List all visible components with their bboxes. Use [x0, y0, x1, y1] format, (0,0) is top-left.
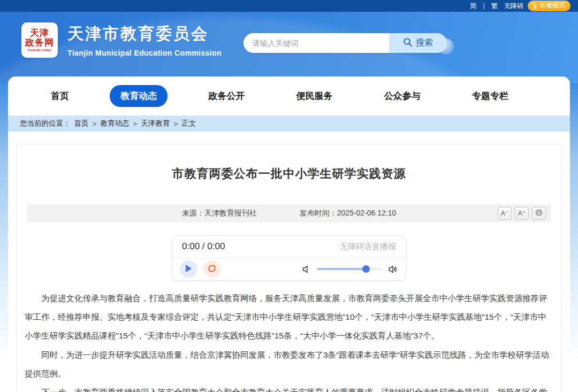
lang-traditional-link[interactable]: 繁 [491, 2, 498, 11]
breadcrumb: 您当前的位置： 首页 > 教育动态 > 天津教育 > 正文 [8, 116, 570, 132]
site-header: 天津 政务网 TIANJIN·CHINA 天津市教育委员会 Tianjin Mu… [0, 12, 578, 83]
nav-item-public-participation[interactable]: 公众参与 [374, 85, 431, 107]
search-bar: 搜索 [244, 33, 447, 53]
logo-caption: TIANJIN·CHINA [28, 49, 52, 52]
font-decrease-button[interactable]: A⁻ [498, 207, 512, 220]
article-paragraph: 同时，为进一步提升研学实践活动质量，结合京津冀协同发展，市教委发布了3条“跟着课… [25, 346, 553, 383]
breadcrumb-separator: > [133, 120, 137, 128]
nav-item-gov-disclosure[interactable]: 政务公开 [197, 85, 255, 107]
volume-down-icon[interactable] [302, 265, 310, 273]
breadcrumb-home[interactable]: 首页 [74, 119, 89, 128]
site-title-en: Tianjin Municipal Education Commission [67, 49, 222, 57]
breadcrumb-separator: > [93, 120, 97, 128]
nav-item-education-news[interactable]: 教育动态 [110, 85, 168, 107]
article-meta-bar: 来源：天津教育报刊社 发布时间：2025-02-06 12:10 A⁻ A⁺ [27, 204, 551, 222]
breadcrumb-tianjin-education[interactable]: 天津教育 [141, 119, 170, 128]
nav-item-public-services[interactable]: 便民服务 [286, 85, 344, 107]
search-input[interactable] [244, 33, 389, 53]
player-time: 0:00 / 0:00 [182, 241, 225, 252]
elder-mode-label: 长者模式 [539, 1, 565, 10]
article-tools: A⁻ A⁺ [498, 207, 546, 220]
print-button[interactable] [532, 207, 546, 220]
breadcrumb-separator: > [173, 120, 178, 128]
nav-item-special-topics[interactable]: 专题专栏 [461, 85, 519, 107]
play-button[interactable] [180, 260, 197, 278]
site-title-group: 天津市教育委员会 Tianjin Municipal Education Com… [67, 23, 222, 57]
article-paragraph: 为促进文化传承与教育融合，打造高质量研学实践教育网络，服务天津高质量发展，市教育… [25, 289, 553, 345]
search-button[interactable]: 搜索 [389, 33, 447, 53]
print-icon [535, 209, 543, 218]
elder-mode-button[interactable]: 长者模式 [528, 1, 571, 11]
article-body: 为促进文化传承与教育融合，打造高质量研学实践教育网络，服务天津高质量发展，市教育… [25, 289, 553, 392]
breadcrumb-prefix: 您当前的位置： [20, 119, 71, 128]
article-container: 市教育两委公布一批中小学生研学实践资源 来源：天津教育报刊社 发布时间：2025… [17, 144, 561, 392]
site-logo: 天津 政务网 TIANJIN·CHINA [21, 22, 58, 58]
volume-slider[interactable] [317, 268, 382, 270]
logo-seal: 天津 政务网 [25, 28, 54, 48]
breadcrumb-current: 正文 [181, 119, 196, 128]
replay-button[interactable] [203, 260, 220, 278]
breadcrumb-education-news[interactable]: 教育动态 [100, 119, 129, 128]
site-brand[interactable]: 天津 政务网 TIANJIN·CHINA 天津市教育委员会 Tianjin Mu… [21, 22, 222, 58]
search-icon [403, 37, 413, 49]
elder-person-icon [532, 3, 537, 9]
primary-nav: 首页 教育动态 政务公开 便民服务 公众参与 专题专栏 [8, 76, 570, 116]
volume-slider-fill [317, 268, 366, 270]
article-source: 来源：天津教育报刊社 [182, 209, 257, 218]
player-caption: 无障碍语音播报 [340, 242, 396, 252]
search-button-label: 搜索 [416, 37, 433, 49]
player-controls [172, 258, 406, 280]
volume-up-icon[interactable] [389, 265, 398, 273]
article-title: 市教育两委公布一批中小学生研学实践资源 [17, 166, 561, 182]
player-header: 0:00 / 0:00 无障碍语音播报 [172, 236, 406, 258]
article-paragraph: 下一步，市教育两委将继续深入落实全国教育大会和全市教育大会关于实践育人的重要要求… [25, 383, 553, 392]
volume-slider-handle[interactable] [362, 265, 370, 273]
main-card: 首页 教育动态 政务公开 便民服务 公众参与 专题专栏 您当前的位置： 首页 >… [8, 76, 570, 392]
top-utility-bar: 简 ｜ 繁 无障碍 长者模式 [0, 0, 578, 12]
article-publish-time: 发布时间：2025-02-06 12:10 [300, 209, 397, 218]
play-icon [185, 264, 192, 274]
accessibility-link[interactable]: 无障碍 [504, 2, 523, 11]
nav-item-home[interactable]: 首页 [40, 85, 80, 107]
replay-icon [207, 264, 217, 275]
lang-divider: ｜ [481, 2, 487, 11]
lang-simplified-link[interactable]: 简 [470, 2, 476, 11]
audio-player: 0:00 / 0:00 无障碍语音播报 [172, 235, 406, 281]
site-title: 天津市教育委员会 [67, 23, 222, 45]
font-increase-button[interactable]: A⁺ [515, 207, 529, 220]
